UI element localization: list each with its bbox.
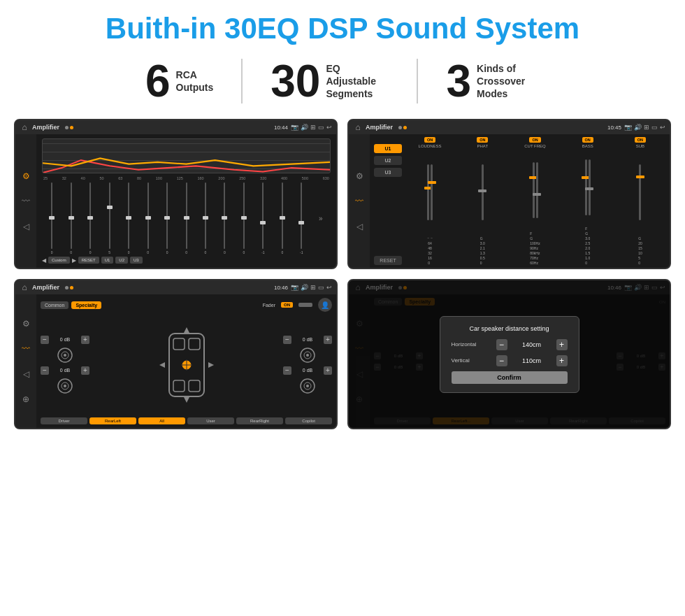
thumb-10[interactable]: [222, 216, 227, 220]
home-icon[interactable]: ⌂: [20, 122, 29, 132]
cutfreq-track[interactable]: [533, 162, 535, 218]
btn-all[interactable]: All: [138, 417, 185, 424]
sub-thumb[interactable]: [636, 176, 644, 178]
speaker-icon-2[interactable]: ◁: [352, 220, 366, 234]
loudness-track[interactable]: [427, 164, 429, 220]
track-3[interactable]: [89, 182, 91, 249]
track-14[interactable]: [301, 182, 302, 249]
confirm-button[interactable]: Confirm: [452, 371, 568, 384]
preset-u2[interactable]: U2: [374, 156, 402, 165]
fader-bl-minus[interactable]: −: [41, 366, 49, 375]
track-2[interactable]: [71, 182, 72, 249]
u3-btn[interactable]: U3: [130, 257, 143, 264]
loudness-toggle[interactable]: ON: [424, 137, 435, 143]
wave-icon-2[interactable]: 〰: [352, 194, 366, 208]
thumb-11[interactable]: [241, 216, 247, 220]
cutfreq-toggle[interactable]: ON: [529, 137, 540, 143]
fader-bl-plus[interactable]: +: [81, 366, 89, 375]
track-4[interactable]: [109, 182, 110, 249]
stat-eq-label: EQ AdjustableSegments: [326, 62, 389, 101]
crossover-reset[interactable]: RESET: [374, 256, 402, 265]
speaker-icon-3[interactable]: ◁: [19, 367, 33, 381]
track-11[interactable]: [243, 182, 245, 249]
thumb-9[interactable]: [203, 216, 208, 220]
sub-track[interactable]: [639, 164, 641, 220]
track-6[interactable]: [147, 182, 149, 249]
vertical-minus[interactable]: −: [496, 355, 507, 366]
home-icon-2[interactable]: ⌂: [353, 122, 363, 132]
phat-toggle[interactable]: ON: [477, 137, 488, 143]
thumb-2[interactable]: [68, 216, 74, 220]
next-btn[interactable]: ▶: [72, 257, 76, 264]
eq-icon-2[interactable]: ⚙: [352, 169, 366, 183]
fader-slider[interactable]: [298, 303, 312, 307]
loudness-thumb2[interactable]: [428, 181, 436, 184]
horizontal-plus[interactable]: +: [556, 339, 568, 350]
u2-btn[interactable]: U2: [115, 257, 128, 264]
tab-specialty[interactable]: Specialty: [71, 301, 101, 309]
back-icon-3[interactable]: ↩: [326, 284, 332, 291]
track-7[interactable]: [166, 182, 168, 249]
back-icon-2[interactable]: ↩: [660, 124, 665, 131]
bass-thumb2[interactable]: [585, 187, 593, 190]
crossover-topbar-title: Amplifier: [366, 124, 393, 131]
wave-icon-3[interactable]: 〰: [19, 342, 33, 356]
cutfreq-thumb2[interactable]: [533, 193, 541, 196]
fader-tr-plus[interactable]: +: [324, 336, 332, 344]
reset-btn[interactable]: RESET: [78, 257, 99, 264]
custom-btn[interactable]: Custom: [48, 257, 70, 264]
prev-btn[interactable]: ◀: [42, 257, 46, 264]
cutfreq-track2[interactable]: [536, 162, 538, 218]
phat-thumb[interactable]: [478, 189, 486, 192]
vertical-plus[interactable]: +: [556, 355, 568, 366]
eq-icon[interactable]: ⚙: [19, 169, 33, 183]
track-12[interactable]: [262, 182, 264, 249]
track-5[interactable]: [128, 182, 129, 249]
btn-rearright[interactable]: RearRight: [236, 417, 283, 424]
back-icon[interactable]: ↩: [326, 124, 332, 131]
fader-tl-plus[interactable]: +: [81, 336, 89, 344]
u1-btn[interactable]: U1: [101, 257, 114, 264]
btn-driver[interactable]: Driver: [41, 417, 87, 424]
bass-toggle[interactable]: ON: [582, 137, 593, 143]
track-1[interactable]: [51, 182, 52, 249]
crossover-topbar: ⌂ Amplifier 10:45 📷 🔊 ⊞ ▭ ↩: [349, 120, 670, 134]
fader-tr-minus[interactable]: −: [283, 336, 291, 344]
thumb-13[interactable]: [280, 216, 285, 220]
track-8[interactable]: [186, 182, 187, 249]
track-10[interactable]: [224, 182, 225, 249]
thumb-7[interactable]: [164, 216, 170, 220]
track-13[interactable]: [282, 182, 283, 249]
preset-u3[interactable]: U3: [374, 168, 402, 177]
track-9[interactable]: [205, 182, 206, 249]
thumb-6[interactable]: [145, 216, 151, 220]
thumb-12[interactable]: [260, 221, 266, 224]
loudness-track2[interactable]: [431, 164, 433, 220]
eq-icon-3[interactable]: ⚙: [19, 317, 33, 331]
thumb-14[interactable]: [298, 221, 304, 224]
thumb-8[interactable]: [184, 216, 189, 220]
wave-icon[interactable]: 〰: [19, 194, 33, 208]
preset-u1[interactable]: U1: [374, 144, 402, 153]
btn-rearleft[interactable]: RearLeft: [89, 417, 136, 424]
thumb-1[interactable]: [49, 216, 55, 220]
btn-user[interactable]: User: [187, 417, 234, 424]
fader-br-plus[interactable]: +: [324, 366, 332, 375]
expand-icon[interactable]: ⊕: [19, 392, 33, 406]
fader-tl-minus[interactable]: −: [41, 336, 49, 344]
sub-toggle[interactable]: ON: [635, 137, 646, 143]
horizontal-minus[interactable]: −: [496, 339, 507, 350]
fader-side-icons: ⚙ 〰 ◁ ⊕: [15, 294, 36, 428]
speaker-icon[interactable]: ◁: [19, 220, 33, 234]
bass-track2[interactable]: [589, 159, 591, 215]
btn-copilot[interactable]: Copilot: [285, 417, 332, 424]
fader-br-minus[interactable]: −: [283, 366, 291, 375]
phat-track[interactable]: [482, 164, 484, 220]
thumb-4[interactable]: [107, 206, 113, 209]
tab-common[interactable]: Common: [41, 301, 68, 309]
thumb-3[interactable]: [87, 216, 93, 220]
thumb-5[interactable]: [126, 216, 131, 220]
freq-32: 32: [62, 176, 66, 180]
fader-profile-icon[interactable]: 👤: [318, 298, 332, 312]
home-icon-3[interactable]: ⌂: [20, 282, 29, 292]
